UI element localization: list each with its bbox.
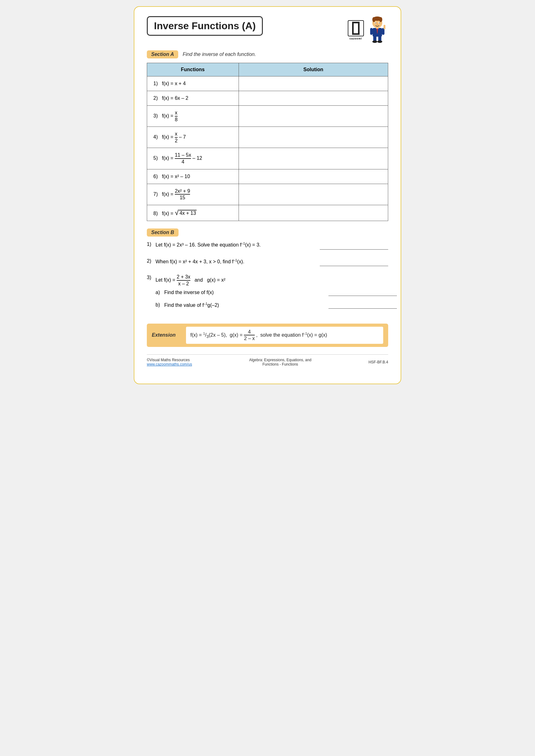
svg-point-5	[372, 17, 376, 22]
svg-point-6	[379, 17, 382, 22]
svg-point-9	[376, 22, 376, 23]
item-num-2: 2)	[147, 258, 155, 264]
sub-label-3a: a)	[155, 290, 164, 295]
section-a-instruction: Find the inverse of each function.	[183, 52, 256, 57]
svg-point-16	[377, 40, 382, 43]
sub-text-3b: Find the value of f–1g(–2)	[164, 302, 397, 308]
extra-4: – 7	[179, 134, 186, 140]
solution-cell-7[interactable]	[239, 184, 388, 205]
svg-rect-19	[370, 28, 373, 35]
solution-cell-5[interactable]	[239, 148, 388, 169]
extension-label: Extension	[152, 332, 183, 338]
fraction-7: 2x² + 9 15	[175, 188, 190, 201]
col-solution: Solution	[239, 63, 388, 76]
extension-text: f(x) = 1/3(2x – 5), g(x) = 4 2 – x , sol…	[186, 327, 383, 344]
item-num-3: 3)	[147, 274, 155, 281]
worksheet-page: Inverse Functions (A) cazoom!	[134, 6, 401, 384]
extra-5: – 12	[192, 155, 202, 161]
extension-section: Extension f(x) = 1/3(2x – 5), g(x) = 4 2…	[147, 324, 388, 347]
answer-line-1	[320, 249, 388, 250]
function-cell-8: 8) f(x) = √ 4x + 13	[147, 205, 239, 221]
svg-rect-18	[383, 25, 385, 29]
mascot-character	[366, 16, 388, 44]
cazoom-logo: cazoom!	[348, 20, 364, 40]
function-cell-2: 2) f(x) = 6x – 2	[147, 91, 239, 106]
page-title: Inverse Functions (A)	[154, 20, 256, 32]
header-logos: cazoom!	[348, 16, 388, 44]
svg-point-11	[377, 24, 378, 25]
function-cell-7: 7) f(x) = 2x² + 9 15	[147, 184, 239, 205]
sub-items-3: a) Find the inverse of f(x) b) Find the …	[155, 290, 397, 315]
section-b-items: 1) Let f(x) = 2x³ – 16. Solve the equati…	[147, 241, 388, 315]
table-row: 1) f(x) = x + 4	[147, 76, 388, 91]
solution-cell-4[interactable]	[239, 127, 388, 148]
extension-fraction: 4 2 – x	[244, 329, 255, 341]
row-num: 7) f(x) =	[153, 191, 175, 197]
item-text-1: Let f(x) = 2x³ – 16. Solve the equation …	[155, 241, 388, 249]
page-footer: ©Visual Maths Resources www.cazoommaths.…	[147, 354, 388, 366]
answer-line-2	[320, 266, 388, 266]
section-b-item-3: 3) Let f(x) = 2 + 3x x – 2 and g(x) = x²	[147, 274, 388, 315]
svg-rect-1	[354, 23, 358, 33]
svg-point-15	[372, 40, 377, 43]
cazoom-icon	[350, 22, 361, 35]
solution-cell-2[interactable]	[239, 91, 388, 106]
table-row: 3) f(x) = x 8	[147, 106, 388, 127]
solution-cell-8[interactable]	[239, 205, 388, 221]
title-box: Inverse Functions (A)	[147, 16, 263, 36]
footer-right: HSF-BF.B.4	[369, 360, 388, 364]
function-cell-3: 3) f(x) = x 8	[147, 106, 239, 127]
function-cell-5: 5) f(x) = 11 – 5x 4 – 12	[147, 148, 239, 169]
functions-table: Functions Solution 1) f(x) = x + 4 2) f(…	[147, 63, 388, 221]
fraction-4: x 2	[175, 131, 178, 143]
table-row: 4) f(x) = x 2 – 7	[147, 127, 388, 148]
row-num: 6) f(x) = x² – 10	[153, 174, 190, 179]
extension-box: Extension f(x) = 1/3(2x – 5), g(x) = 4 2…	[147, 324, 388, 347]
answer-line-3a	[328, 296, 397, 296]
section-b-item-2: 2) When f(x) = x² + 4x + 3, x > 0, find …	[147, 258, 388, 266]
sub-item-3b: b) Find the value of f–1g(–2)	[155, 302, 397, 308]
footer-link[interactable]: www.cazoommaths.com/us	[147, 362, 192, 366]
table-row: 2) f(x) = 6x – 2	[147, 91, 388, 106]
row-num: 8) f(x) =	[153, 211, 175, 216]
item-num-1: 1)	[147, 241, 155, 247]
footer-center: Algebra: Expressions, Equations, andFunc…	[249, 358, 311, 366]
row-num: 4) f(x) =	[153, 134, 175, 140]
svg-point-10	[379, 22, 380, 23]
item-text-3: Let f(x) = 2 + 3x x – 2 and g(x) = x²	[155, 274, 388, 286]
row-num: 3) f(x) =	[153, 113, 175, 119]
sub-text-3a: Find the inverse of f(x)	[164, 290, 397, 295]
sqrt-8: √ 4x + 13	[175, 209, 197, 216]
table-row: 7) f(x) = 2x² + 9 15	[147, 184, 388, 205]
cazoom-text: cazoom!	[350, 37, 362, 40]
sub-label-3b: b)	[155, 302, 164, 308]
section-b-item-1: 1) Let f(x) = 2x³ – 16. Solve the equati…	[147, 241, 388, 249]
function-cell-4: 4) f(x) = x 2 – 7	[147, 127, 239, 148]
solution-cell-1[interactable]	[239, 76, 388, 91]
table-row: 5) f(x) = 11 – 5x 4 – 12	[147, 148, 388, 169]
fraction-b3: 2 + 3x x – 2	[177, 274, 190, 286]
page-header: Inverse Functions (A) cazoom!	[147, 16, 388, 44]
row-num: 2) f(x) = 6x – 2	[153, 95, 188, 101]
fraction-5: 11 – 5x 4	[175, 152, 191, 164]
section-b-header: Section B	[147, 229, 388, 236]
table-row: 8) f(x) = √ 4x + 13	[147, 205, 388, 221]
row-num: 5) f(x) =	[153, 155, 175, 161]
row-num: 1) f(x) = x + 4	[153, 81, 186, 86]
fraction-3: x 8	[175, 110, 178, 122]
section-a-label: Section A	[147, 50, 178, 58]
sub-item-3a: a) Find the inverse of f(x)	[155, 290, 397, 295]
copyright-text: ©Visual Maths Resources	[147, 358, 192, 362]
section-b-label: Section B	[147, 229, 179, 236]
section-b: Section B 1) Let f(x) = 2x³ – 16. Solve …	[147, 229, 388, 315]
function-cell-1: 1) f(x) = x + 4	[147, 76, 239, 91]
table-row: 6) f(x) = x² – 10	[147, 169, 388, 184]
solution-cell-6[interactable]	[239, 169, 388, 184]
function-cell-6: 6) f(x) = x² – 10	[147, 169, 239, 184]
section-a-header: Section A Find the inverse of each funct…	[147, 50, 388, 58]
solution-cell-3[interactable]	[239, 106, 388, 127]
col-functions: Functions	[147, 63, 239, 76]
footer-left: ©Visual Maths Resources www.cazoommaths.…	[147, 358, 192, 366]
item-text-2: When f(x) = x² + 4x + 3, x > 0, find f–1…	[155, 258, 388, 266]
